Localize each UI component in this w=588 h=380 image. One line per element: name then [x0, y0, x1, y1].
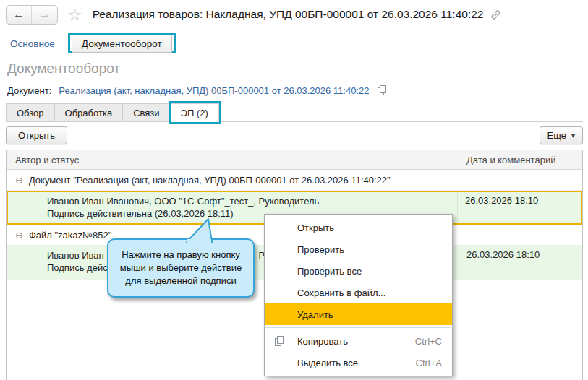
tab-overview[interactable]: Обзор [6, 103, 55, 122]
nav-tab-docflow[interactable]: Документооборот [72, 35, 172, 53]
menu-item-label: Открыть [297, 223, 334, 233]
group-row-label: Файл "zakaz№852" [29, 230, 111, 241]
menu-item-label: Копировать [297, 336, 348, 347]
tab-signatures[interactable]: ЭП (2) [171, 103, 219, 122]
column-header-author[interactable]: Автор и статус [7, 150, 459, 169]
window-header: ← → ☆ Реализация товаров: Накладная, УПД… [6, 4, 584, 25]
detail-tabs: Обзор Обработка Связи ЭП (2) [6, 103, 583, 122]
menu-item-delete[interactable]: Удалить [265, 303, 452, 325]
signature-date: 26.03.2026 18:10 [457, 192, 581, 223]
menu-item-label: Проверить [297, 244, 344, 255]
signature-date: 26.03.2026 18:10 [459, 246, 582, 279]
menu-item-label: Сохранить в файл... [297, 288, 385, 298]
history-nav: ← → [6, 5, 58, 25]
favorite-star-icon[interactable]: ☆ [67, 7, 82, 23]
table-header: Автор и статус Дата и комментарий [7, 150, 582, 170]
docflow-annotation-box: Документооборот [68, 33, 176, 53]
get-link-icon[interactable] [490, 9, 502, 21]
open-button[interactable]: Открыть [6, 126, 67, 144]
signature-author: Иванов Иван Иванович, ООО "1С-Софт"_тест… [47, 195, 457, 207]
menu-separator [265, 327, 451, 328]
more-button-label: Еще [547, 130, 566, 141]
chevron-down-icon: ▾ [571, 131, 575, 139]
callout-pointer [184, 217, 216, 246]
document-link[interactable]: Реализация (акт, накладная, УПД) 00БП-00… [59, 85, 369, 96]
app-window: ← → ☆ Реализация товаров: Накладная, УПД… [0, 0, 588, 380]
hint-callout: Нажмите на правую кнопку мыши и выберите… [107, 238, 255, 298]
document-line: Документ: Реализация (акт, накладная, УП… [7, 85, 388, 96]
menu-item-shortcut: Ctrl+A [416, 358, 442, 368]
menu-item-select-all[interactable]: Выделить все Ctrl+A [265, 352, 452, 373]
menu-item-label: Проверить все [297, 266, 362, 277]
menu-item-label: Выделить все [297, 358, 358, 368]
hint-text: Нажмите на правую кнопку мыши и выберите… [120, 249, 242, 286]
column-header-date[interactable]: Дата и комментарий [459, 150, 582, 169]
copy-icon [274, 335, 285, 349]
document-label: Документ: [7, 85, 51, 96]
menu-item-save-to-file[interactable]: Сохранить в файл... [265, 282, 452, 303]
group-row-label: Документ "Реализация (акт, накладная, УП… [29, 175, 391, 186]
collapse-icon[interactable]: ⊖ [15, 230, 23, 241]
menu-item-shortcut: Ctrl+C [415, 336, 442, 347]
nav-link-main[interactable]: Основное [10, 38, 55, 49]
section-heading: Документооборот [7, 61, 120, 77]
menu-item-verify-all[interactable]: Проверить все [265, 260, 452, 282]
tab-processing[interactable]: Обработка [55, 103, 124, 122]
tab-links[interactable]: Связи [123, 103, 170, 122]
more-button[interactable]: Еще ▾ [540, 126, 583, 144]
menu-item-label: Удалить [297, 309, 333, 320]
form-nav: Основное Документооборот [10, 33, 176, 53]
copy-icon[interactable] [377, 85, 388, 96]
menu-item-open[interactable]: Открыть [265, 217, 452, 238]
back-icon[interactable]: ← [7, 6, 32, 24]
page-title: Реализация товаров: Накладная, УПД 00БП-… [93, 8, 484, 21]
list-toolbar: Открыть Еще ▾ [6, 126, 583, 145]
menu-item-verify[interactable]: Проверить [265, 238, 452, 260]
context-menu: Открыть Проверить Проверить все Сохранит… [264, 214, 453, 376]
collapse-icon[interactable]: ⊖ [15, 175, 23, 186]
table-row-group-document[interactable]: ⊖ Документ "Реализация (акт, накладная, … [7, 170, 582, 191]
menu-item-copy[interactable]: Копировать Ctrl+C [265, 330, 452, 352]
forward-icon[interactable]: → [32, 6, 57, 24]
